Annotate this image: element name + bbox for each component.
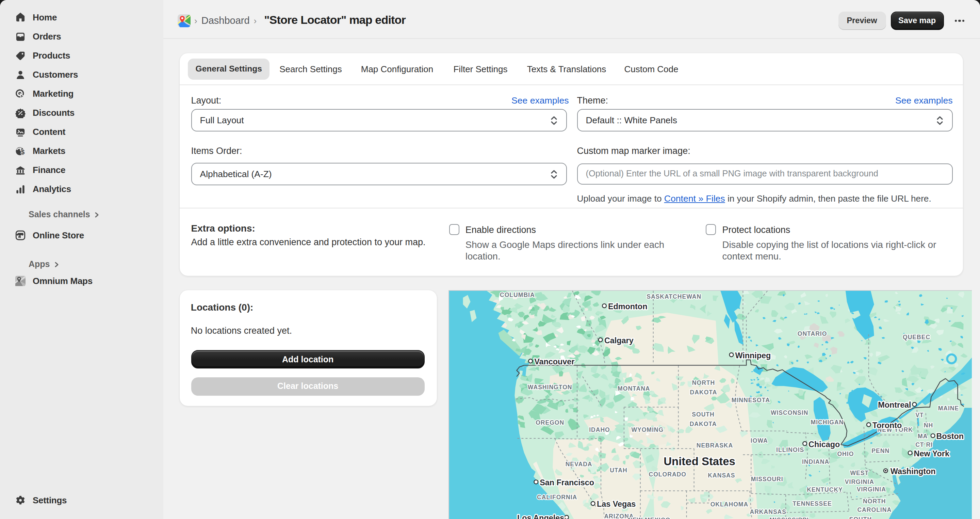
svg-text:DAKOTA: DAKOTA [689, 420, 717, 427]
svg-text:MISSISSIPPI: MISSISSIPPI [769, 516, 808, 519]
svg-text:KENTUCKY: KENTUCKY [807, 486, 843, 493]
svg-text:OHIO: OHIO [837, 450, 853, 457]
svg-text:VT: VT [915, 411, 923, 418]
svg-text:VIRGINIA: VIRGINIA [845, 478, 874, 485]
svg-text:SOUTH: SOUTH [692, 411, 714, 417]
svg-text:MA: MA [917, 433, 927, 439]
svg-text:ONTARIO: ONTARIO [797, 330, 827, 337]
svg-text:Vancouver: Vancouver [534, 357, 574, 366]
svg-text:NORTH: NORTH [862, 498, 885, 505]
svg-text:WEST: WEST [850, 469, 869, 476]
svg-text:Los Angeles: Los Angeles [517, 513, 564, 519]
svg-text:OKLAHOMA: OKLAHOMA [710, 501, 748, 508]
svg-text:INDIANA: INDIANA [802, 458, 829, 465]
svg-text:NH: NH [924, 422, 933, 428]
svg-text:UTAH: UTAH [609, 466, 627, 473]
svg-text:MISSOURI: MISSOURI [751, 476, 783, 482]
svg-text:DAKOTA: DAKOTA [690, 388, 717, 395]
svg-text:CT RI: CT RI [915, 441, 932, 448]
svg-text:COLORADO: COLORADO [648, 471, 686, 477]
svg-text:Calgary: Calgary [604, 336, 633, 345]
svg-text:Toronto: Toronto [872, 421, 901, 430]
svg-text:ILLINOIS: ILLINOIS [776, 446, 804, 453]
svg-text:New York: New York [914, 449, 950, 458]
svg-text:IOWA: IOWA [750, 437, 768, 444]
svg-text:TENNESSEE: TENNESSEE [792, 500, 831, 507]
svg-text:San Francisco: San Francisco [539, 478, 594, 487]
svg-text:NEVADA: NEVADA [565, 460, 592, 467]
svg-text:VIRGINIA: VIRGINIA [856, 485, 886, 492]
svg-text:PENN: PENN [871, 447, 889, 454]
svg-text:NORTH: NORTH [692, 379, 714, 386]
svg-text:WISCONSIN: WISCONSIN [770, 409, 808, 416]
svg-text:MONTANA: MONTANA [617, 385, 649, 392]
svg-text:SOUTH: SOUTH [849, 516, 872, 519]
svg-text:ARKANSAS: ARKANSAS [749, 508, 786, 515]
svg-text:MAINE: MAINE [938, 404, 959, 411]
svg-text:QUEBEC: QUEBEC [902, 334, 930, 340]
svg-text:CALIFORNIA: CALIFORNIA [537, 493, 577, 500]
svg-text:CAROLINA: CAROLINA [857, 506, 891, 513]
svg-text:MINNESOTA: MINNESOTA [731, 397, 770, 404]
svg-text:Chicago: Chicago [808, 440, 840, 449]
svg-text:Winnipeg: Winnipeg [735, 351, 770, 359]
svg-text:Boston: Boston [936, 431, 963, 440]
svg-text:Edmonton: Edmonton [608, 302, 647, 311]
svg-text:$: $ [21, 148, 24, 155]
svg-text:United States: United States [663, 455, 735, 467]
svg-text:COLUMBIA: COLUMBIA [500, 291, 535, 298]
svg-text:OREGON: OREGON [535, 419, 564, 426]
svg-text:NEBRASKA: NEBRASKA [696, 442, 733, 449]
svg-text:Las Vegas: Las Vegas [597, 499, 635, 508]
svg-text:Washington: Washington [890, 466, 935, 476]
svg-text:SASKATCHEWAN: SASKATCHEWAN [646, 293, 701, 300]
svg-text:WASHINGTON: WASHINGTON [527, 383, 572, 390]
svg-text:MICHIGAN: MICHIGAN [811, 418, 843, 425]
svg-text:Montreal: Montreal [878, 400, 911, 409]
svg-text:IDAHO: IDAHO [589, 426, 610, 433]
svg-text:KANSAS: KANSAS [708, 472, 735, 479]
svg-text:WYOMING: WYOMING [631, 426, 663, 433]
svg-text:NEW MEXICO: NEW MEXICO [627, 516, 670, 519]
